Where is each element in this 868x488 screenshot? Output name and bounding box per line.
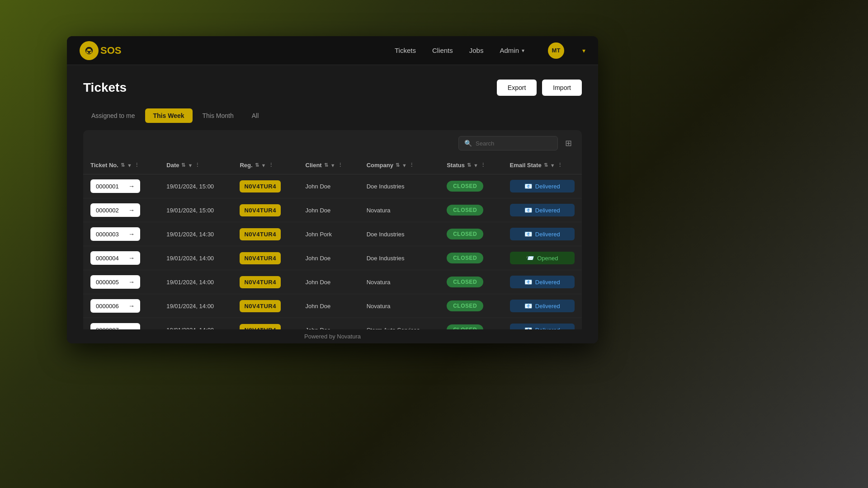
sort-client-icon[interactable]: ⇅ [324,162,328,168]
menu-reg-icon[interactable]: ⋮ [269,162,274,168]
sort-status-icon[interactable]: ⇅ [467,162,471,168]
col-client: Client ⇅ ▼ ⋮ [298,156,359,174]
user-chevron-icon[interactable]: ▾ [582,47,585,54]
tab-all[interactable]: All [244,108,267,123]
filter-date-icon[interactable]: ▼ [188,163,193,168]
table-row: 0000005 → 19/01/2024, 14:00 N0V4TUR4 Joh… [83,270,582,294]
status-badge: CLOSED [447,300,483,311]
cell-email-state: 📨 Opened [503,246,582,270]
cell-ticket-no: 0000004 → [83,246,159,270]
reg-badge: N0V4TUR4 [240,300,280,312]
table-row: 0000006 → 19/01/2024, 14:00 N0V4TUR4 Joh… [83,294,582,318]
export-button[interactable]: Export [497,80,537,96]
main-nav: Tickets Clients Jobs Admin ▾ MT ▾ [395,42,585,59]
table-toolbar: 🔍 ⊞ [83,130,582,156]
email-state-badge: 📧 Delivered [510,300,575,312]
table-header-row: Ticket No. ⇅ ▼ ⋮ Date ⇅ ▼ ⋮ [83,156,582,174]
ticket-link-0000002[interactable]: 0000002 → [90,203,140,217]
nav-tickets[interactable]: Tickets [395,47,416,54]
email-state-label: Opened [537,255,558,262]
tab-assigned-to-me[interactable]: Assigned to me [83,108,143,123]
svg-point-4 [90,52,92,53]
filter-status-icon[interactable]: ▼ [473,163,478,168]
sort-reg-icon[interactable]: ⇅ [255,162,259,168]
email-state-icon: 📧 [524,230,532,238]
reg-badge: N0V4TUR4 [240,252,280,264]
email-state-badge: 📨 Opened [510,252,575,264]
filter-email-icon[interactable]: ▼ [550,163,555,168]
sort-date-icon[interactable]: ⇅ [181,162,185,168]
filter-reg-icon[interactable]: ▼ [261,163,266,168]
email-state-icon: 📨 [526,254,534,262]
sort-company-icon[interactable]: ⇅ [396,162,400,168]
tab-this-month[interactable]: This Month [194,108,242,123]
cell-email-state: 📧 Delivered [503,174,582,198]
col-company: Company ⇅ ▼ ⋮ [359,156,440,174]
grid-view-icon[interactable]: ⊞ [562,136,575,151]
col-reg: Reg. ⇅ ▼ ⋮ [232,156,298,174]
cell-status: CLOSED [439,222,502,246]
nav-jobs[interactable]: Jobs [469,47,484,54]
status-badge: CLOSED [447,253,483,263]
cell-reg: N0V4TUR4 [232,174,298,198]
cell-ticket-no: 0000006 → [83,294,159,318]
menu-company-icon[interactable]: ⋮ [409,162,414,168]
reg-badge: N0V4TUR4 [240,276,280,288]
ticket-link-0000001[interactable]: 0000001 → [90,179,140,193]
cell-reg: N0V4TUR4 [232,246,298,270]
ticket-arrow-icon: → [128,302,135,310]
sort-ticket-icon[interactable]: ⇅ [121,162,125,168]
cell-ticket-no: 0000005 → [83,270,159,294]
nav-clients[interactable]: Clients [432,47,453,54]
email-state-icon: 📧 [524,206,532,214]
page-title: Tickets [83,80,127,95]
cell-date: 19/01/2024, 14:30 [159,222,232,246]
logo-text: SOS [100,45,121,56]
ticket-link-0000005[interactable]: 0000005 → [90,275,140,289]
search-box[interactable]: 🔍 [458,136,558,150]
footer-text: Powered by Novatura [304,333,361,340]
admin-chevron-icon: ▾ [522,47,524,54]
menu-ticket-icon[interactable]: ⋮ [134,162,139,168]
cell-company: Novatura [359,198,440,222]
menu-client-icon[interactable]: ⋮ [338,162,343,168]
filter-company-icon[interactable]: ▼ [402,163,407,168]
ticket-link-0000006[interactable]: 0000006 → [90,299,140,313]
filter-client-icon[interactable]: ▼ [330,163,335,168]
menu-date-icon[interactable]: ⋮ [195,162,200,168]
header: SOS Tickets Clients Jobs Admin ▾ MT ▾ [67,36,598,65]
cell-email-state: 📧 Delivered [503,294,582,318]
tab-this-week[interactable]: This Week [145,108,193,123]
import-button[interactable]: Import [542,80,582,96]
ticket-link-0000004[interactable]: 0000004 → [90,251,140,265]
ticket-link-0000003[interactable]: 0000003 → [90,227,140,241]
nav-admin[interactable]: Admin ▾ [500,47,524,54]
col-ticket-no: Ticket No. ⇅ ▼ ⋮ [83,156,159,174]
menu-email-icon[interactable]: ⋮ [557,162,562,168]
header-buttons: Export Import [497,80,582,96]
ticket-number: 0000004 [96,255,119,262]
sort-email-icon[interactable]: ⇅ [544,162,548,168]
cell-reg: N0V4TUR4 [232,270,298,294]
cell-email-state: 📧 Delivered [503,270,582,294]
cell-email-state: 📧 Delivered [503,222,582,246]
table-row: 0000004 → 19/01/2024, 14:00 N0V4TUR4 Joh… [83,246,582,270]
filter-ticket-icon[interactable]: ▼ [127,163,132,168]
email-state-badge: 📧 Delivered [510,180,575,192]
admin-label: Admin [500,47,519,54]
cell-status: CLOSED [439,246,502,270]
col-email-state: Email State ⇅ ▼ ⋮ [503,156,582,174]
col-status: Status ⇅ ▼ ⋮ [439,156,502,174]
user-avatar[interactable]: MT [548,42,564,59]
email-state-badge: 📧 Delivered [510,228,575,240]
main-content: Tickets Export Import Assigned to me Thi… [67,65,598,343]
svg-point-3 [86,52,88,53]
cell-date: 19/01/2024, 15:00 [159,198,232,222]
email-state-badge: 📧 Delivered [510,276,575,288]
search-input[interactable] [476,140,552,147]
email-state-label: Delivered [535,303,560,310]
ticket-arrow-icon: → [128,183,135,190]
table-row: 0000003 → 19/01/2024, 14:30 N0V4TUR4 Joh… [83,222,582,246]
menu-status-icon[interactable]: ⋮ [481,162,486,168]
cell-date: 19/01/2024, 15:00 [159,174,232,198]
